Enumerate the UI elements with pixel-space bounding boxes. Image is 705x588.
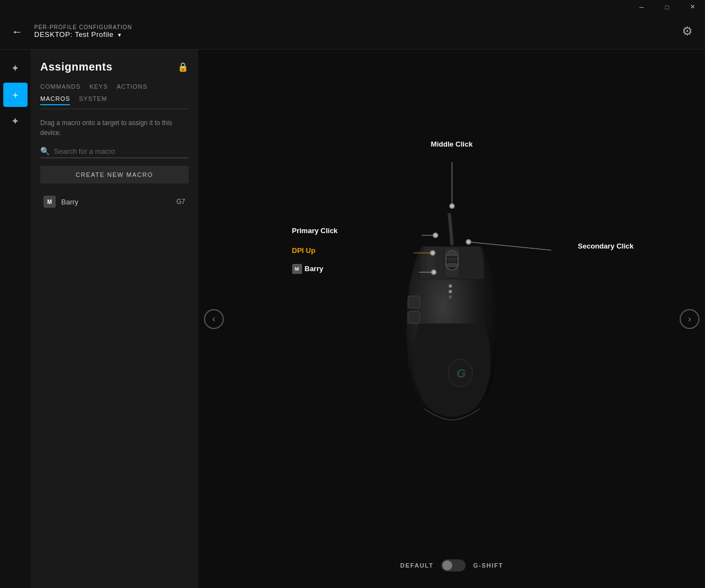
- toggle-switch[interactable]: [441, 559, 465, 571]
- svg-text:G: G: [456, 366, 466, 380]
- drag-instruction: Drag a macro onto a target to assign it …: [40, 118, 189, 138]
- search-row: 🔍: [40, 147, 189, 158]
- desktop-label: DESKTOP:: [34, 30, 73, 39]
- sidebar-item-assignments[interactable]: ＋: [3, 83, 28, 107]
- chevron-right-icon: ›: [688, 314, 691, 324]
- search-icon: 🔍: [40, 147, 50, 155]
- assignments-icon: ＋: [10, 88, 20, 101]
- main-content: ‹: [198, 50, 705, 588]
- close-button[interactable]: ✕: [680, 0, 705, 14]
- more-icon: ✦: [11, 115, 19, 127]
- assignments-panel: Assignments 🔒 COMMANDS KEYS ACTIONS MACR…: [30, 50, 198, 588]
- svg-rect-5: [408, 296, 420, 308]
- macro-badge: M: [44, 196, 56, 208]
- mode-toggle: DEFAULT G-SHIFT: [400, 559, 503, 571]
- nav-prev-button[interactable]: ‹: [204, 309, 224, 329]
- minimize-button[interactable]: ─: [629, 0, 654, 14]
- macro-key: G7: [176, 198, 185, 206]
- tab-row-top: COMMANDS KEYS ACTIONS: [40, 83, 189, 92]
- nav-next-button[interactable]: ›: [680, 309, 699, 329]
- svg-point-11: [449, 295, 452, 299]
- svg-point-13: [450, 204, 454, 208]
- barry-macro-badge: M: [292, 264, 302, 274]
- tab-actions[interactable]: ACTIONS: [117, 83, 148, 92]
- svg-point-10: [449, 290, 452, 293]
- titlebar: ─ □ ✕: [0, 0, 705, 14]
- barry-macro-label: M Barry: [292, 264, 324, 274]
- sidebar-item-lighting[interactable]: ✦: [3, 56, 28, 80]
- macro-item-barry[interactable]: M Barry G7: [40, 191, 189, 212]
- macro-name: Barry: [61, 198, 176, 206]
- maximize-button[interactable]: □: [654, 0, 680, 14]
- mouse-diagram: G Middle Click: [237, 110, 667, 528]
- tab-divider: [40, 109, 189, 109]
- svg-rect-2: [446, 252, 458, 256]
- svg-rect-6: [408, 311, 420, 323]
- search-input[interactable]: [54, 147, 189, 155]
- chevron-left-icon: ‹: [212, 314, 215, 324]
- mouse-body: G: [391, 213, 513, 425]
- tab-system[interactable]: SYSTEM: [79, 95, 107, 105]
- gshift-label: G-SHIFT: [473, 562, 503, 569]
- middle-click-label: Middle Click: [431, 140, 473, 148]
- tab-commands[interactable]: COMMANDS: [40, 83, 80, 92]
- settings-button[interactable]: ⚙: [679, 23, 696, 40]
- panel-title: Assignments: [40, 61, 112, 73]
- header: ← PER-PROFILE CONFIGURATION DESKTOP: Tes…: [0, 14, 705, 50]
- header-content: PER-PROFILE CONFIGURATION DESKTOP: Test …: [34, 24, 132, 39]
- tab-keys[interactable]: KEYS: [89, 83, 107, 92]
- secondary-click-label: Secondary Click: [578, 241, 633, 251]
- panel-header: Assignments 🔒: [40, 61, 189, 73]
- lock-icon: 🔒: [177, 62, 189, 72]
- icon-sidebar: ✦ ＋ ✦: [0, 50, 30, 588]
- dpi-up-label: DPI Up: [292, 245, 316, 255]
- sidebar-item-more[interactable]: ✦: [3, 109, 28, 133]
- default-label: DEFAULT: [400, 562, 433, 569]
- svg-point-9: [449, 284, 452, 288]
- config-title: PER-PROFILE CONFIGURATION: [34, 24, 132, 30]
- tab-row-bottom: MACROS SYSTEM: [40, 95, 189, 105]
- primary-click-label: Primary Click: [292, 225, 338, 235]
- svg-rect-3: [446, 257, 458, 262]
- lighting-icon: ✦: [11, 62, 19, 74]
- create-macro-button[interactable]: CREATE NEW MACRO: [40, 166, 189, 184]
- tab-macros[interactable]: MACROS: [40, 95, 70, 105]
- back-button[interactable]: ←: [9, 23, 25, 40]
- svg-rect-4: [446, 263, 458, 267]
- toggle-knob: [442, 560, 452, 570]
- profile-dropdown-icon[interactable]: ▾: [118, 31, 122, 38]
- profile-selector[interactable]: DESKTOP: Test Profile ▾: [34, 30, 132, 39]
